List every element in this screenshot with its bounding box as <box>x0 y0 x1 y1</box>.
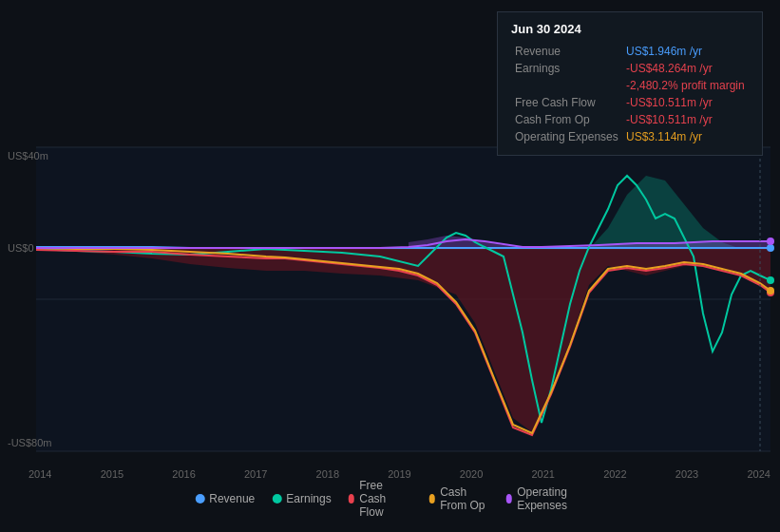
tooltip-label-opex: Operating Expenses <box>511 128 622 145</box>
x-label-2015: 2015 <box>101 468 124 480</box>
tooltip-row-cashfromop: Cash From Op -US$10.511m /yr <box>511 111 749 128</box>
tooltip-label-cashfromop: Cash From Op <box>511 111 622 128</box>
legend-item-opex[interactable]: Operating Expenses <box>506 485 585 512</box>
legend-dot-cashfromop <box>429 494 436 504</box>
legend-label-revenue: Revenue <box>209 492 255 505</box>
svg-point-8 <box>767 244 774 252</box>
legend-item-revenue[interactable]: Revenue <box>195 492 255 505</box>
tooltip-row-opex: Operating Expenses US$3.114m /yr <box>511 128 749 145</box>
data-tooltip: Jun 30 2024 Revenue US$1.946m /yr Earnin… <box>497 11 763 156</box>
legend-item-fcf[interactable]: Free Cash Flow <box>349 479 412 519</box>
x-label-2024: 2024 <box>747 468 770 480</box>
tooltip-label-earnings: Earnings <box>511 60 622 77</box>
tooltip-row-revenue: Revenue US$1.946m /yr <box>511 43 749 60</box>
tooltip-value-opex: US$3.114m /yr <box>622 128 749 145</box>
legend-dot-opex <box>506 494 513 504</box>
legend-label-opex: Operating Expenses <box>517 485 585 512</box>
svg-point-12 <box>767 238 774 245</box>
tooltip-label-fcf: Free Cash Flow <box>511 94 622 111</box>
legend-label-fcf: Free Cash Flow <box>359 479 411 519</box>
tooltip-value-cashfromop: -US$10.511m /yr <box>622 111 749 128</box>
legend-label-cashfromop: Cash From Op <box>440 485 488 512</box>
legend-dot-revenue <box>195 494 204 504</box>
x-label-2016: 2016 <box>172 468 195 480</box>
svg-point-11 <box>767 287 774 294</box>
y-label-zero: US$0 <box>8 242 34 254</box>
legend-dot-fcf <box>349 494 355 504</box>
tooltip-label-revenue: Revenue <box>511 43 622 60</box>
tooltip-value-earnings: -US$48.264m /yr <box>622 60 749 77</box>
legend-item-cashfromop[interactable]: Cash From Op <box>429 485 489 512</box>
tooltip-row-fcf: Free Cash Flow -US$10.511m /yr <box>511 94 749 111</box>
legend-label-earnings: Earnings <box>286 492 331 505</box>
y-label-top: US$40m <box>8 150 48 162</box>
tooltip-profit-margin: -2,480.2% profit margin <box>622 77 749 94</box>
legend-item-earnings[interactable]: Earnings <box>272 492 331 505</box>
tooltip-row-earnings: Earnings -US$48.264m /yr <box>511 60 749 77</box>
x-label-2022: 2022 <box>603 468 626 480</box>
y-label-bottom: -US$80m <box>8 437 51 448</box>
tooltip-date: Jun 30 2024 <box>511 22 749 36</box>
tooltip-value-fcf: -US$10.511m /yr <box>622 94 749 111</box>
legend-dot-earnings <box>272 494 281 504</box>
chart-legend: Revenue Earnings Free Cash Flow Cash Fro… <box>195 479 585 519</box>
tooltip-value-revenue: US$1.946m /yr <box>622 43 749 60</box>
svg-point-9 <box>767 276 774 284</box>
tooltip-row-margin: -2,480.2% profit margin <box>511 77 749 94</box>
chart-container: US$40m US$0 -US$80m 2014 2015 2016 2017 … <box>0 0 780 532</box>
tooltip-table: Revenue US$1.946m /yr Earnings -US$48.26… <box>511 43 749 145</box>
x-label-2014: 2014 <box>29 468 51 480</box>
x-label-2023: 2023 <box>675 468 698 480</box>
